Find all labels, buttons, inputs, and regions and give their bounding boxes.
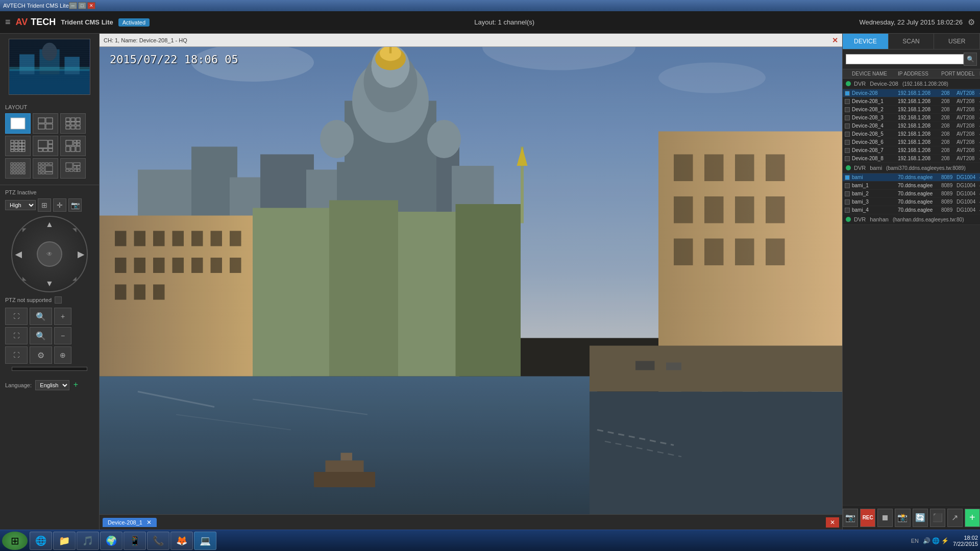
layout-1x1[interactable]: [5, 113, 31, 134]
ptz-speed-select[interactable]: High Medium Low: [5, 200, 36, 210]
svg-rect-77: [45, 166, 53, 171]
taskbar-right: EN 🔊 🌐 ⚡ 18:02 7/22/2015: [911, 535, 978, 547]
device-row-device208-6[interactable]: Device-208_6 192.168.1.208 208 AVT208 — …: [843, 138, 980, 146]
video-area[interactable]: 2015/07/22 18:06 05: [100, 47, 842, 514]
taskbar-app-cms[interactable]: 💻: [194, 532, 216, 550]
taskbar-app-folder[interactable]: 📁: [53, 532, 76, 550]
zoom-plus-btn[interactable]: +: [54, 308, 71, 325]
device-row-bami-4[interactable]: bami_4 70.ddns.eaglee 8089 DG1004 — ▶: [843, 206, 980, 214]
dvr-group-header-device208[interactable]: DVR Device-208 (192.168.1.208:208): [843, 79, 980, 89]
rec-tool-btn[interactable]: REC: [860, 509, 875, 527]
svg-rect-59: [20, 166, 22, 168]
svg-rect-54: [20, 163, 22, 165]
maximize-button[interactable]: □: [78, 2, 86, 9]
ptz-corner-br: ◢: [72, 276, 77, 281]
device-model-cell: DG1004: [957, 174, 979, 180]
svg-rect-66: [11, 172, 13, 174]
ptz-cross-btn[interactable]: ✛: [53, 198, 66, 212]
gear-icon[interactable]: ⚙: [968, 17, 975, 27]
device-ip-cell: 192.168.1.208: [898, 156, 941, 161]
close-video-btn[interactable]: ✕: [832, 36, 838, 44]
layout-alt4[interactable]: [60, 158, 86, 179]
video-tab[interactable]: Device-208_1 ✕: [103, 518, 157, 527]
close-tab-btn[interactable]: ✕: [146, 519, 152, 526]
tab-scan[interactable]: SCAN: [889, 34, 935, 49]
layout-3x3[interactable]: [60, 113, 86, 134]
taskbar-app-firefox[interactable]: 🦊: [170, 532, 193, 550]
device-row-device208-4[interactable]: Device-208_4 192.168.1.208 208 AVT208 — …: [843, 122, 980, 130]
device-row-device208[interactable]: Device-208 192.168.1.208 208 AVT208 — ▶: [843, 89, 980, 97]
ptz-camera-btn[interactable]: 📷: [68, 198, 82, 212]
snapshot-tool-btn[interactable]: 📸: [895, 509, 910, 527]
device-row-device208-2[interactable]: Device-208_2 192.168.1.208 208 AVT208 — …: [843, 106, 980, 114]
fullscreen-btn[interactable]: ⛶: [5, 308, 28, 325]
layout-alt3[interactable]: [33, 158, 58, 179]
settings-btn[interactable]: ⚙: [30, 346, 52, 364]
svg-rect-87: [66, 169, 69, 171]
flip-tool-btn[interactable]: 🔄: [913, 509, 928, 527]
svg-rect-22: [15, 140, 18, 143]
start-button[interactable]: ⊞: [2, 532, 28, 550]
device-row-bami-2[interactable]: bami_2 70.ddns.eaglee 8089 DG1004 — ▶: [843, 190, 980, 198]
red-close-btn[interactable]: ✕: [826, 517, 839, 528]
taskbar-app-chrome[interactable]: 🌍: [100, 532, 122, 550]
export-tool-btn[interactable]: ↗: [947, 509, 963, 527]
row-cb: [845, 183, 850, 188]
device-model-cell: AVT208: [957, 131, 979, 137]
ptz-up-arrow[interactable]: ▲: [45, 220, 54, 229]
layout-4x4[interactable]: [5, 136, 31, 156]
device-row-device208-3[interactable]: Device-208_3 192.168.1.208 208 AVT208 — …: [843, 114, 980, 122]
device-row-device208-1[interactable]: Device-208_1 192.168.1.208 208 AVT208 — …: [843, 97, 980, 106]
dvr-group-header-bami[interactable]: DVR bami (bami370.ddns.eagleeyes.tw:8089…: [843, 163, 980, 173]
taskbar-app-skype[interactable]: 📞: [147, 532, 169, 550]
activated-badge: Activated: [118, 18, 150, 27]
device-row-device208-5[interactable]: Device-208_5 192.168.1.208 208 AVT208 — …: [843, 130, 980, 138]
zoom-in-btn[interactable]: 🔍: [30, 308, 52, 325]
device-row-bami-3[interactable]: bami_3 70.ddns.eaglee 8089 DG1004 — ▶: [843, 198, 980, 206]
svg-rect-67: [14, 172, 16, 174]
tab-device[interactable]: DEVICE: [843, 34, 889, 49]
expand-btn[interactable]: ⛶: [5, 346, 28, 364]
layout-2x2[interactable]: [33, 113, 58, 134]
svg-rect-81: [42, 172, 44, 174]
ptz-mode-btn[interactable]: ⊞: [38, 198, 51, 212]
device-name-cell: bami: [852, 174, 898, 180]
search-input[interactable]: [846, 54, 964, 64]
minimize-button[interactable]: ─: [69, 2, 77, 9]
taskbar-app-phone[interactable]: 📱: [124, 532, 146, 550]
device-row-device208-7[interactable]: Device-208_7 192.168.1.208 208 AVT208 — …: [843, 146, 980, 155]
device-row-bami[interactable]: bami 70.ddns.eaglee 8089 DG1004 — ▶: [843, 173, 980, 182]
add-language-btn[interactable]: +: [74, 380, 78, 389]
zoom-out-btn[interactable]: 🔍: [30, 327, 52, 344]
search-button[interactable]: 🔍: [964, 53, 977, 66]
target-btn[interactable]: ⊕: [54, 346, 71, 364]
fit-btn[interactable]: ⛶: [5, 327, 28, 344]
layout-alt1[interactable]: [33, 136, 58, 156]
zoom-minus-btn[interactable]: −: [54, 327, 71, 344]
ptz-right-arrow[interactable]: ▶: [78, 249, 84, 259]
tab-user[interactable]: USER: [934, 34, 980, 49]
menu-icon[interactable]: ≡: [5, 17, 11, 28]
device-port-cell: 208: [941, 156, 957, 161]
svg-rect-31: [19, 146, 22, 149]
ptz-left-arrow[interactable]: ◀: [15, 249, 21, 259]
ptz-down-arrow[interactable]: ▼: [45, 279, 54, 288]
dvr-group-header-hanhan[interactable]: DVR hanhan (hanhan.ddns.eagleeyes.tw:80): [843, 214, 980, 225]
stop-tool-btn[interactable]: ⏹: [877, 509, 893, 527]
device-row-device208-8[interactable]: Device-208_8 192.168.1.208 208 AVT208 — …: [843, 155, 980, 163]
taskbar-app-media[interactable]: 🎵: [77, 532, 99, 550]
svg-rect-62: [14, 169, 16, 171]
device-port-cell: 208: [941, 107, 957, 112]
taskbar-time: 18:02 7/22/2015: [953, 535, 978, 547]
ptz-progress-bar[interactable]: [12, 367, 87, 371]
layout-5x5[interactable]: [5, 158, 31, 179]
camera-tool-btn[interactable]: 📷: [843, 509, 858, 527]
ptz-inner-ring[interactable]: 👁: [37, 241, 62, 267]
language-select[interactable]: English: [35, 380, 69, 390]
close-button[interactable]: ✕: [87, 2, 95, 9]
add-tool-btn[interactable]: +: [965, 509, 980, 527]
device-row-bami-1[interactable]: bami_1 70.ddns.eaglee 8089 DG1004 — ▶: [843, 182, 980, 190]
layout-tool-btn[interactable]: ⬛: [930, 509, 945, 527]
taskbar-app-ie[interactable]: 🌐: [30, 532, 52, 550]
layout-alt2[interactable]: [60, 136, 86, 156]
